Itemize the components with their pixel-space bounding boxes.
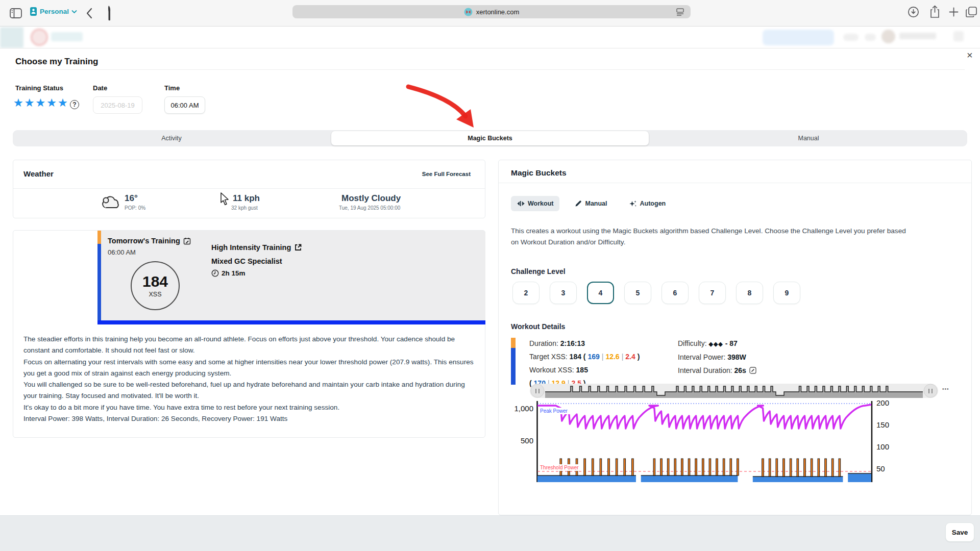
weather-card: Weather See Full Forecast 16° POP: 0% 11… [13, 160, 485, 218]
chart-menu-button[interactable]: ••• [942, 386, 949, 392]
weather-condition: Mostly Cloudy [341, 193, 401, 204]
right-axis-tick-200: 200 [876, 398, 889, 407]
training-title-row: Tomorrow's Training [108, 237, 191, 245]
workout-duration-row: 2h 15m [211, 269, 246, 277]
screen: Personal xertonline.com Choose my Traini… [0, 0, 980, 551]
bottom-bar-blue [97, 320, 485, 324]
see-full-forecast-link[interactable]: See Full Forecast [422, 171, 471, 177]
modal-title: Choose my Training [15, 57, 98, 67]
share-button[interactable] [929, 5, 940, 18]
challenge-level-button[interactable]: 3 [550, 282, 577, 304]
training-title: Tomorrow's Training [108, 237, 180, 245]
page-header-strip [0, 27, 980, 48]
mode-manual-button[interactable]: Manual [569, 196, 613, 211]
left-axis-tick-1000: 1,000 [510, 404, 533, 413]
description-line: Focus on alternating your rest intervals… [23, 357, 479, 380]
title-divider [15, 69, 965, 70]
chevron-down-icon [71, 10, 77, 14]
primary-action-button [763, 30, 834, 45]
annotation-arrow [398, 81, 485, 137]
header-pill [843, 34, 859, 41]
training-description: The steadier efforts in this training he… [23, 334, 479, 424]
mode-workout-button[interactable]: Workout [511, 196, 559, 211]
xert-logo [31, 29, 48, 46]
target-xss-row: Target XSS: 184 ( 169|12.6|2.4 ) [529, 350, 640, 363]
challenge-level-button[interactable]: 2 [512, 282, 540, 304]
challenge-level-button[interactable]: 7 [699, 282, 726, 304]
xss-circle: 184 XSS [131, 261, 180, 310]
svg-text:Peak Power: Peak Power [540, 408, 568, 414]
details-right-column: Difficulty: ◆◆◆ - 87 Interval Power: 398… [678, 337, 756, 377]
site-favicon [464, 8, 473, 16]
workout-xss-row: Workout XSS: 185 [529, 363, 640, 377]
difficulty-diamonds: ◆◆◆ [708, 341, 723, 347]
workout-name: High Intensity Training [211, 243, 291, 252]
challenge-level-row: 2 3 4 5 6 7 8 9 [512, 282, 829, 304]
left-axis-tick-500: 500 [510, 436, 533, 445]
xss-unit: XSS [149, 291, 161, 298]
right-axis-tick-50: 50 [876, 464, 885, 473]
magic-buckets-card: Magic Buckets Workout Manual Autogen Thi… [498, 160, 972, 515]
profile-icon [30, 7, 37, 16]
duration-row: Duration: 2:16:13 [529, 337, 640, 350]
avatar [881, 30, 895, 43]
sidebar-toggle-icon[interactable] [9, 7, 22, 19]
sparkles-icon [629, 200, 637, 208]
tab-overview-button[interactable] [966, 6, 977, 18]
difficulty-row: Difficulty: ◆◆◆ - 87 [678, 337, 756, 350]
challenge-level-button[interactable]: 9 [773, 282, 800, 304]
tab-magic-buckets[interactable]: Magic Buckets [331, 131, 649, 145]
clock-icon [211, 269, 219, 277]
workout-details-label: Workout Details [511, 322, 565, 331]
close-icon[interactable]: × [967, 49, 973, 61]
downloads-button[interactable] [908, 6, 919, 18]
challenge-level-button[interactable]: 8 [736, 282, 763, 304]
app-logo [0, 27, 23, 48]
date-label: Date [93, 84, 107, 92]
description-line: You will challenged so be sure to be wel… [23, 379, 479, 402]
tab-manual[interactable]: Manual [650, 130, 967, 146]
interval-power-row: Interval Power: 398W [678, 350, 756, 364]
mode-autogen-button[interactable]: Autogen [623, 196, 672, 211]
magic-buckets-title: Magic Buckets [511, 168, 567, 178]
training-summary-block: Tomorrow's Training 06:00 AM 184 XSS Hig… [97, 231, 485, 324]
extension-icon[interactable] [106, 5, 112, 22]
address-bar[interactable]: xertonline.com [292, 5, 691, 18]
cloud-icon [101, 194, 121, 209]
save-button[interactable]: Save [945, 522, 974, 542]
tab-activity[interactable]: Activity [13, 130, 330, 146]
modal-footer [0, 515, 980, 551]
choose-training-modal: Choose my Training × Training Status ★★★… [0, 48, 980, 515]
profile-menu[interactable]: Personal [30, 7, 77, 16]
external-link-icon[interactable] [295, 244, 302, 251]
help-icon[interactable]: ? [70, 100, 79, 109]
workout-range-slider[interactable] [530, 383, 938, 398]
new-tab-button[interactable] [949, 7, 959, 17]
description-line: The steadier efforts in this training he… [23, 334, 479, 357]
profile-label: Personal [40, 8, 69, 15]
weather-temp: 16° [125, 193, 138, 204]
challenge-level-button[interactable]: 6 [662, 282, 689, 304]
challenge-level-label: Challenge Level [511, 267, 566, 276]
reader-mode-icon[interactable] [676, 8, 684, 16]
edit-duration-icon[interactable] [749, 367, 756, 374]
edit-schedule-icon[interactable] [183, 237, 191, 245]
description-line: Interval Power: 398 Watts, Interval Dura… [23, 413, 479, 424]
header-menu-icon [953, 31, 964, 41]
accent-bar-blue [97, 244, 101, 320]
accent-bar-orange [97, 231, 101, 244]
mouse-cursor-icon [219, 192, 230, 206]
workout-focus: Mixed GC Specialist [211, 257, 282, 265]
date-input[interactable] [93, 96, 142, 114]
back-button[interactable] [85, 8, 94, 19]
xss-value: 184 [142, 274, 168, 289]
challenge-level-button[interactable]: 5 [624, 282, 651, 304]
browser-toolbar: Personal xertonline.com [0, 0, 980, 27]
time-input[interactable] [164, 96, 205, 114]
username-text [899, 33, 936, 39]
training-card: Tomorrow's Training 06:00 AM 184 XSS Hig… [13, 230, 485, 438]
challenge-level-button[interactable]: 4 [587, 282, 614, 304]
training-mode-tabbar: Activity Magic Buckets Manual [13, 130, 967, 146]
weather-wind: 11 kph [233, 193, 260, 204]
right-axis-tick-100: 100 [876, 442, 889, 451]
